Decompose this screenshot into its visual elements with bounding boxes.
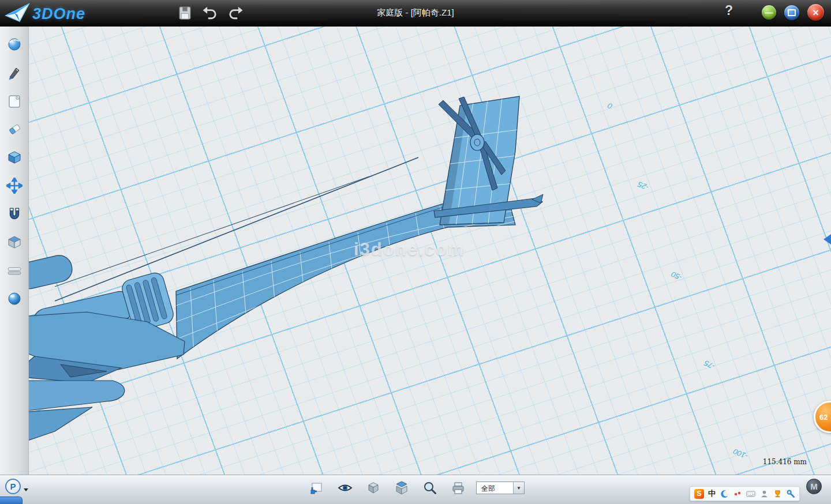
measure-tool-icon[interactable]	[6, 262, 23, 279]
paper-plane-logo-icon	[5, 2, 30, 26]
expand-panel-arrow-icon[interactable]	[823, 234, 831, 245]
display-mode-button[interactable]	[363, 477, 384, 498]
save-button[interactable]	[177, 5, 193, 21]
minimize-button[interactable]: —	[762, 5, 776, 20]
ime-tray: S 中	[690, 486, 800, 501]
grid-label-0: 0	[606, 101, 613, 111]
plane-mode-caret-icon[interactable]	[24, 488, 28, 491]
special-feature-tool-icon[interactable]	[6, 234, 23, 250]
edit-trim-tool-icon[interactable]	[6, 121, 23, 137]
titlebar: 3DOne 家庭版 - [阿帕奇.Z1] ? — ✕	[0, 0, 831, 27]
helicopter-model[interactable]	[29, 96, 543, 441]
sketch-draw-tool-icon[interactable]	[6, 65, 23, 81]
ime-mode-toggle[interactable]: 中	[708, 488, 716, 499]
redo-button[interactable]	[227, 5, 244, 21]
taskbar-peek-window[interactable]	[0, 497, 23, 504]
sogou-logo-icon[interactable]: S	[694, 489, 704, 499]
window-title: 家庭版 - [阿帕奇.Z1]	[377, 7, 454, 18]
render-style-button[interactable]	[391, 477, 412, 498]
fullwidth-moon-icon[interactable]	[720, 489, 729, 498]
grid-label-75: -75	[702, 359, 716, 371]
grid-label-100: -100	[732, 447, 750, 461]
app-logo: 3DOne	[5, 2, 85, 26]
magnet-assembly-tool-icon[interactable]	[6, 206, 23, 222]
viewport-3d[interactable]: 0 -25 -50 -75 -100 i3done.com 115.416 mm…	[29, 26, 831, 475]
trophy-icon[interactable]	[773, 489, 782, 498]
user-icon[interactable]	[759, 489, 769, 498]
punctuation-icon[interactable]	[733, 489, 742, 498]
mode-button[interactable]: M	[806, 479, 822, 494]
watermark: i3done.com	[354, 239, 465, 260]
plane-mode-button[interactable]: P	[5, 479, 21, 494]
grid-axis-labels: 0 -25 -50 -75 -100	[606, 101, 749, 461]
app-name: 3DOne	[32, 5, 85, 23]
dropdown-arrow-icon[interactable]: ▼	[513, 482, 524, 494]
zoom-button[interactable]	[420, 477, 440, 498]
left-toolbar	[0, 26, 29, 475]
filter-value: 全部	[477, 482, 513, 494]
close-button[interactable]: ✕	[807, 4, 824, 21]
bottom-toolbar: P	[0, 475, 831, 504]
primitive-solid-tool-icon[interactable]	[6, 149, 23, 166]
filter-dropdown[interactable]: 全部 ▼	[476, 482, 525, 494]
wrench-icon[interactable]	[786, 489, 795, 498]
grid-label-25: -25	[636, 180, 650, 192]
print-button[interactable]	[448, 477, 469, 498]
material-ball-tool-icon[interactable]	[6, 291, 23, 307]
keyboard-icon[interactable]	[746, 489, 755, 498]
move-transform-tool-icon[interactable]	[6, 178, 23, 194]
grid-label-50: -50	[669, 270, 683, 282]
visibility-eye-button[interactable]	[335, 477, 355, 498]
sketch-plane-tool-icon[interactable]	[6, 93, 23, 109]
dimension-readout: 115.416 mm	[763, 458, 807, 466]
maximize-button[interactable]	[784, 5, 799, 20]
maximize-icon	[788, 9, 796, 16]
undo-button[interactable]	[202, 5, 218, 21]
render-material-tool-icon[interactable]	[6, 36, 23, 52]
help-button[interactable]: ?	[723, 3, 735, 18]
reference-plane-button[interactable]	[306, 477, 327, 498]
badge-count: 62	[819, 413, 828, 422]
